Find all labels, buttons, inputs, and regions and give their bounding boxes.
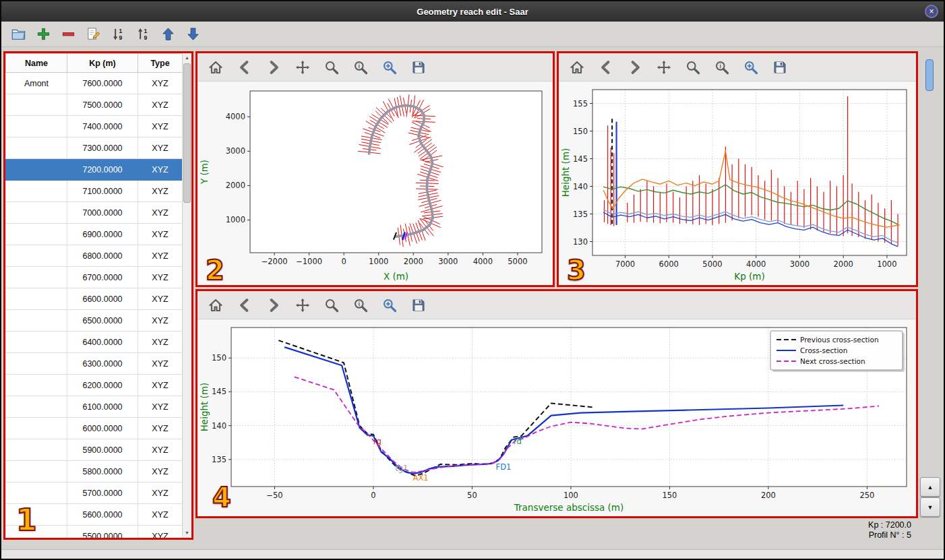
save-button[interactable] — [410, 59, 427, 76]
add-row-button[interactable] — [34, 26, 52, 43]
cell-type[interactable]: XYZ — [138, 461, 183, 483]
edit-row-button[interactable] — [84, 26, 102, 43]
open-file-button[interactable] — [9, 26, 27, 43]
forward-button[interactable] — [626, 59, 644, 76]
table-row[interactable]: 7000.0000XYZ — [6, 202, 183, 224]
cell-kp[interactable]: 6800.0000 — [67, 245, 138, 267]
cell-name[interactable] — [6, 159, 67, 181]
profile-up-button[interactable]: ▲ — [920, 477, 940, 497]
table-row[interactable]: 5700.0000XYZ — [6, 483, 183, 504]
cell-name[interactable] — [6, 353, 67, 375]
scroll-down-icon[interactable]: ▼ — [183, 529, 191, 537]
sort-ascending-button[interactable]: 19 — [134, 26, 152, 43]
table-row[interactable]: 7100.0000XYZ — [6, 181, 183, 202]
cell-kp[interactable]: 6700.0000 — [67, 267, 138, 288]
cell-name[interactable] — [6, 418, 67, 439]
cell-kp[interactable]: 5700.0000 — [67, 483, 138, 504]
edit-params-button[interactable] — [742, 59, 760, 76]
cell-kp[interactable]: 7600.0000 — [67, 73, 138, 94]
cell-type[interactable]: XYZ — [138, 418, 183, 439]
cell-type[interactable]: XYZ — [138, 159, 183, 181]
cell-type[interactable]: XYZ — [138, 224, 183, 245]
cell-kp[interactable]: 6300.0000 — [67, 353, 138, 375]
zoom-button[interactable] — [323, 59, 340, 76]
column-header-type[interactable]: Type — [138, 54, 183, 73]
cross-section-chart[interactable]: −50050100150200250135140145150Transverse… — [197, 319, 916, 516]
table-row[interactable]: 7200.0000XYZ — [6, 159, 183, 181]
edit-params-button[interactable] — [381, 59, 398, 76]
zoom-button[interactable] — [684, 59, 702, 76]
cell-type[interactable]: XYZ — [138, 396, 183, 418]
table-row[interactable]: 7500.0000XYZ — [6, 94, 183, 116]
cell-kp[interactable]: 6900.0000 — [67, 224, 138, 245]
titlebar[interactable]: Geometry reach edit - Saar × — [1, 1, 944, 22]
cell-name[interactable] — [6, 332, 67, 353]
cell-name[interactable] — [6, 181, 67, 202]
table-row[interactable]: 7300.0000XYZ — [6, 137, 183, 159]
column-header-kp-m[interactable]: Kp (m) — [67, 54, 138, 73]
move-up-button[interactable] — [159, 26, 177, 43]
plan-view-chart[interactable]: −2000−1000010002000300040005000100020003… — [197, 82, 553, 285]
pan-button[interactable] — [655, 59, 673, 76]
back-button[interactable] — [597, 59, 615, 76]
cell-kp[interactable]: 7400.0000 — [67, 116, 138, 137]
cell-kp[interactable]: 7300.0000 — [67, 137, 138, 159]
table-row[interactable]: 6500.0000XYZ — [6, 310, 183, 332]
back-button[interactable] — [236, 297, 253, 314]
cell-name[interactable] — [6, 483, 67, 504]
cell-type[interactable]: XYZ — [138, 137, 183, 159]
cell-name[interactable]: Amont — [6, 73, 67, 94]
move-down-button[interactable] — [184, 26, 202, 43]
cell-kp[interactable]: 5800.0000 — [67, 461, 138, 483]
profiles-table-container[interactable]: NameKp (m)TypeAmont7600.0000XYZ7500.0000… — [5, 53, 183, 538]
subplots-button[interactable]: i — [352, 297, 369, 314]
save-button[interactable] — [771, 59, 789, 76]
table-row[interactable]: 6100.0000XYZ — [6, 396, 183, 418]
table-row[interactable]: 6000.0000XYZ — [6, 418, 183, 439]
cell-type[interactable]: XYZ — [138, 504, 183, 526]
table-row[interactable]: 6800.0000XYZ — [6, 245, 183, 267]
sort-descending-button[interactable]: 19 — [109, 26, 127, 43]
cell-type[interactable]: XYZ — [138, 245, 183, 267]
cell-name[interactable] — [6, 267, 67, 288]
cell-type[interactable]: XYZ — [138, 353, 183, 375]
right-scrollbar-thumb[interactable] — [925, 59, 934, 91]
cell-type[interactable]: XYZ — [138, 375, 183, 396]
pan-button[interactable] — [294, 297, 311, 314]
cell-kp[interactable]: 6100.0000 — [67, 396, 138, 418]
cell-kp[interactable]: 6000.0000 — [67, 418, 138, 439]
scroll-up-icon[interactable]: ▲ — [183, 54, 191, 62]
cell-name[interactable] — [6, 245, 67, 267]
cell-type[interactable]: XYZ — [138, 288, 183, 310]
table-scrollbar[interactable]: ▲ ▼ — [182, 53, 191, 538]
cell-kp[interactable]: 6500.0000 — [67, 310, 138, 332]
table-row[interactable]: 6700.0000XYZ — [6, 267, 183, 288]
cell-type[interactable]: XYZ — [138, 267, 183, 288]
cell-type[interactable]: XYZ — [138, 94, 183, 116]
cell-type[interactable]: XYZ — [138, 310, 183, 332]
cell-type[interactable]: XYZ — [138, 332, 183, 353]
subplots-button[interactable]: i — [713, 59, 731, 76]
cell-name[interactable] — [6, 396, 67, 418]
table-row[interactable]: 7400.0000XYZ — [6, 116, 183, 137]
cell-name[interactable] — [6, 375, 67, 396]
cell-name[interactable] — [6, 116, 67, 137]
cell-name[interactable] — [6, 137, 67, 159]
home-button[interactable] — [207, 297, 224, 314]
table-row[interactable]: Amont7600.0000XYZ — [6, 73, 183, 94]
cell-name[interactable] — [6, 439, 67, 461]
home-button[interactable] — [207, 59, 224, 76]
table-scrollbar-thumb[interactable] — [183, 63, 191, 203]
cell-type[interactable]: XYZ — [138, 439, 183, 461]
cell-name[interactable] — [6, 94, 67, 116]
cell-name[interactable] — [6, 461, 67, 483]
table-row[interactable]: 5900.0000XYZ — [6, 439, 183, 461]
cell-kp[interactable]: 7000.0000 — [67, 202, 138, 224]
cell-kp[interactable]: 5500.0000 — [67, 526, 138, 538]
cell-kp[interactable]: 5900.0000 — [67, 439, 138, 461]
table-row[interactable]: 6400.0000XYZ — [6, 332, 183, 353]
long-profile-chart[interactable]: 7000600050004000300020001000130135140145… — [559, 82, 916, 285]
save-button[interactable] — [410, 297, 427, 314]
remove-row-button[interactable] — [59, 26, 77, 43]
back-button[interactable] — [236, 59, 253, 76]
